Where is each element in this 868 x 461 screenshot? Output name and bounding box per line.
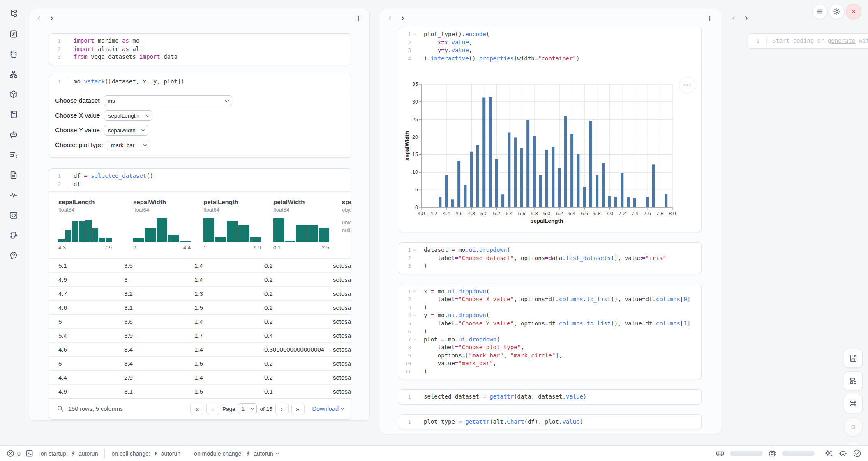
cell-dataframe[interactable]: 1df = selected_dataset()2df sepalLengthf… [49, 168, 351, 420]
close-icon[interactable]: × [846, 4, 861, 19]
code-editor[interactable]: 1plot_type = getattr(alt.Chart(df), plot… [399, 415, 701, 429]
page-select[interactable]: 1 [238, 403, 257, 414]
settings-gear-icon[interactable] [829, 4, 845, 19]
assistant-bot-icon[interactable] [838, 449, 847, 458]
cell-plot-type[interactable]: 1plot_type = getattr(alt.Chart(df), plot… [399, 414, 702, 430]
page-total: of 15 [260, 406, 272, 412]
notebook-column-1: ‹ › + 1import marimo as mo2import altair… [29, 9, 370, 421]
scratchpad-icon[interactable] [6, 228, 21, 243]
table-row[interactable]: 4.73.21.30.2setosa [49, 286, 351, 300]
column-scroll-right-icon[interactable]: › [745, 13, 748, 23]
chart-output: 4.04.24.44.64.85.05.25.45.65.86.06.26.46… [399, 66, 701, 232]
connection-status-icon[interactable] [853, 449, 861, 458]
add-cell-icon[interactable]: + [707, 12, 713, 24]
column-scroll-left-icon[interactable]: ‹ [732, 13, 735, 23]
stop-icon[interactable] [844, 417, 863, 436]
column-scroll-left-icon[interactable]: ‹ [388, 13, 391, 23]
column-scroll-left-icon[interactable]: ‹ [37, 13, 40, 23]
chart-menu-icon[interactable] [679, 77, 695, 93]
errors-indicator[interactable]: 0 [7, 449, 21, 457]
svg-text:35: 35 [412, 81, 418, 87]
new-cell-input[interactable]: 1Start coding or generate with AI [748, 34, 868, 48]
column-header[interactable]: petalWidthfloat64 0.12.5 [273, 192, 342, 258]
download-button[interactable]: Download [312, 406, 344, 412]
snippets-icon[interactable] [6, 208, 21, 223]
cell-vstack[interactable]: 1mo.vstack([dataset, x, y, plot]) Choose… [49, 74, 351, 158]
prev-page-button[interactable]: ‹ [206, 403, 219, 415]
svg-text:25: 25 [412, 117, 418, 122]
x-value-select[interactable]: sepalLength [104, 110, 152, 121]
column-scroll-right-icon[interactable]: › [50, 13, 53, 23]
next-page-button[interactable]: › [275, 403, 289, 415]
code-editor[interactable]: 1x = mo.ui.dropdown(2 label="Choose X va… [399, 284, 701, 379]
code-editor[interactable]: 1dataset = mo.ui.dropdown(2 label="Choos… [399, 243, 701, 274]
svg-text:7.0: 7.0 [606, 211, 613, 217]
on-module-change-setting[interactable]: on module change: autorun [194, 450, 279, 457]
svg-text:7.2: 7.2 [619, 211, 626, 217]
file-tree-icon[interactable] [6, 7, 21, 21]
column-scroll-right-icon[interactable]: › [401, 13, 404, 23]
layout-icon[interactable] [844, 371, 863, 390]
column-1-header: ‹ › + [29, 9, 369, 27]
documentation-icon[interactable] [6, 168, 21, 182]
ai-sparkle-icon[interactable] [824, 449, 833, 458]
table-row[interactable]: 4.42.91.40.2setosa [49, 370, 351, 384]
column-header[interactable]: sepalLengthfloat64 4.37.9 [49, 192, 133, 258]
table-row[interactable]: 53.41.50.2setosa [49, 356, 351, 370]
y-value-select[interactable]: sepalWidth [104, 125, 148, 136]
table-row[interactable]: 5.43.91.70.4setosa [49, 328, 351, 342]
dataset-select[interactable]: iris [104, 95, 232, 106]
column-header[interactable]: sepalWidthfloat64 24.4 [133, 192, 203, 258]
packages-icon[interactable] [6, 87, 21, 102]
table-row[interactable]: 53.61.40.2setosa [49, 314, 351, 328]
cpu-icon [768, 449, 776, 458]
table-row[interactable]: 4.93.11.50.1setosa [49, 384, 351, 398]
first-page-button[interactable]: « [190, 403, 203, 415]
data-sources-icon[interactable] [6, 47, 21, 62]
column-header[interactable]: speciesobjectuniquenulls: [342, 192, 351, 258]
table-row[interactable]: 5.13.51.40.2setosa [49, 258, 351, 272]
last-page-button[interactable]: » [291, 403, 305, 415]
on-cell-change-setting[interactable]: on cell change: autorun [111, 450, 180, 457]
help-icon[interactable] [6, 248, 21, 263]
code-editor[interactable]: 1selected_dataset = getattr(data, datase… [399, 390, 701, 404]
logs-icon[interactable] [6, 107, 21, 122]
code-editor[interactable]: 1mo.vstack([dataset, x, y, plot]) [49, 74, 351, 89]
menu-icon[interactable] [812, 4, 828, 19]
column-header[interactable]: petalLengthfloat64 16.9 [203, 192, 273, 258]
terminal-icon[interactable] [25, 449, 33, 457]
bar-chart[interactable]: 4.04.24.44.64.85.05.25.45.65.86.06.26.46… [404, 78, 696, 227]
notebook-column-2: ‹ › + 1plot_type().encode(2 x=x.value,3 … [380, 9, 721, 434]
helper-panel-rail [0, 0, 27, 444]
cell-dataset-dropdown[interactable]: 1dataset = mo.ui.dropdown(2 label="Choos… [399, 242, 702, 274]
cell-new-empty[interactable]: 1Start coding or generate with AI [748, 33, 868, 49]
code-editor[interactable]: 1import marimo as mo2import altair as al… [49, 34, 351, 65]
search-logs-icon[interactable] [6, 148, 21, 162]
search-icon[interactable] [57, 405, 64, 413]
vstack-output: Choose dataset iris Choose X value sepal… [49, 89, 351, 157]
cell-imports[interactable]: 1import marimo as mo2import altair as al… [49, 33, 351, 65]
cell-xy-plot-dropdowns[interactable]: 1x = mo.ui.dropdown(2 label="Choose X va… [399, 284, 702, 380]
ai-chat-icon[interactable] [6, 127, 21, 142]
cell-selected-dataset[interactable]: 1selected_dataset = getattr(data, datase… [399, 389, 702, 405]
table-row[interactable]: 4.63.41.40.3000000000000004setosa [49, 342, 351, 356]
add-cell-icon[interactable]: + [356, 12, 361, 24]
table-row[interactable]: 4.63.11.50.2setosa [49, 300, 351, 314]
functions-icon[interactable] [6, 27, 21, 41]
dataframe-table: sepalLengthfloat64 4.37.9 sepalWidthfloa… [49, 191, 351, 419]
window-controls: × [812, 4, 861, 19]
table-row[interactable]: 4.931.40.2setosa [49, 272, 351, 286]
save-icon[interactable] [844, 349, 863, 368]
chevron-down-icon [143, 143, 147, 146]
choose-y-label: Choose Y value [55, 127, 100, 134]
code-editor[interactable]: 1plot_type().encode(2 x=x.value,3 y=y.va… [399, 27, 701, 66]
code-editor[interactable]: 1df = selected_dataset()2df [49, 169, 351, 191]
tracebacks-icon[interactable] [6, 188, 21, 203]
errors-count: 0 [17, 450, 21, 457]
plot-type-select[interactable]: mark_bar [107, 140, 150, 150]
on-startup-setting[interactable]: on startup: autorun [41, 450, 98, 457]
cell-plot[interactable]: 1plot_type().encode(2 x=x.value,3 y=y.va… [399, 27, 702, 232]
dependency-graph-icon[interactable] [6, 67, 21, 82]
svg-text:4.8: 4.8 [468, 211, 475, 217]
command-palette-icon[interactable] [844, 394, 863, 413]
